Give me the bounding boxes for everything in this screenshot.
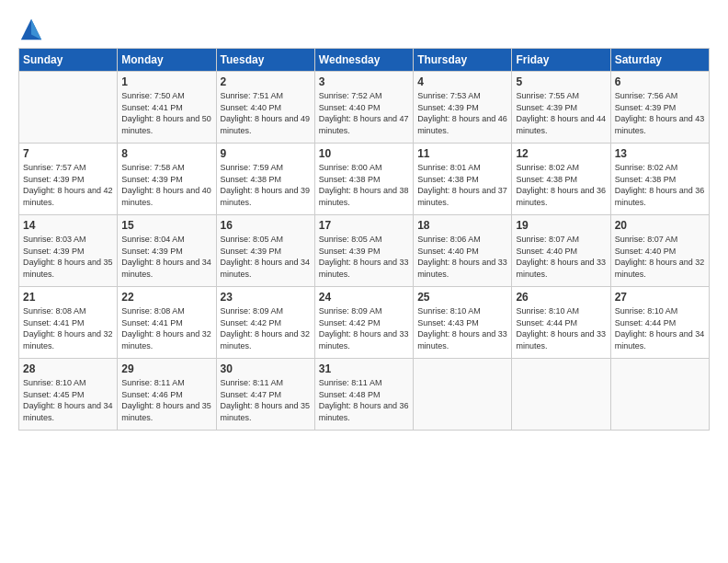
- day-number: 26: [516, 291, 606, 304]
- day-cell: 26Sunrise: 8:10 AM Sunset: 4:44 PM Dayli…: [512, 287, 610, 359]
- day-number: 23: [221, 291, 311, 304]
- day-number: 13: [615, 147, 705, 160]
- logo: [18, 17, 48, 42]
- day-number: 18: [417, 219, 507, 232]
- week-row-1: 7Sunrise: 7:57 AM Sunset: 4:39 PM Daylig…: [19, 144, 710, 215]
- day-cell: 24Sunrise: 8:09 AM Sunset: 4:42 PM Dayli…: [314, 287, 413, 359]
- day-cell: 3Sunrise: 7:52 AM Sunset: 4:40 PM Daylig…: [314, 72, 413, 144]
- day-cell: 21Sunrise: 8:08 AM Sunset: 4:41 PM Dayli…: [19, 287, 118, 359]
- header-cell-wednesday: Wednesday: [314, 49, 413, 72]
- day-cell: 29Sunrise: 8:11 AM Sunset: 4:46 PM Dayli…: [118, 359, 216, 431]
- day-number: 19: [516, 219, 606, 232]
- day-number: 21: [23, 291, 113, 304]
- header-cell-tuesday: Tuesday: [216, 49, 314, 72]
- day-cell: 19Sunrise: 8:07 AM Sunset: 4:40 PM Dayli…: [512, 215, 610, 287]
- day-info: Sunrise: 8:05 AM Sunset: 4:39 PM Dayligh…: [221, 234, 311, 280]
- day-number: 11: [417, 147, 507, 160]
- day-number: 16: [221, 219, 311, 232]
- week-row-4: 28Sunrise: 8:10 AM Sunset: 4:45 PM Dayli…: [19, 359, 710, 431]
- day-cell: 2Sunrise: 7:51 AM Sunset: 4:40 PM Daylig…: [216, 72, 314, 144]
- header-cell-sunday: Sunday: [19, 49, 118, 72]
- day-cell: 5Sunrise: 7:55 AM Sunset: 4:39 PM Daylig…: [512, 72, 610, 144]
- day-number: 25: [417, 291, 507, 304]
- day-number: 20: [615, 219, 705, 232]
- day-cell: 22Sunrise: 8:08 AM Sunset: 4:41 PM Dayli…: [118, 287, 216, 359]
- day-number: 6: [615, 75, 705, 88]
- week-row-0: 1Sunrise: 7:50 AM Sunset: 4:41 PM Daylig…: [19, 72, 710, 144]
- day-cell: 8Sunrise: 7:58 AM Sunset: 4:39 PM Daylig…: [118, 144, 216, 215]
- calendar-header: SundayMondayTuesdayWednesdayThursdayFrid…: [19, 49, 710, 72]
- day-info: Sunrise: 8:03 AM Sunset: 4:39 PM Dayligh…: [23, 234, 113, 280]
- day-info: Sunrise: 7:59 AM Sunset: 4:38 PM Dayligh…: [221, 162, 311, 208]
- day-info: Sunrise: 8:10 AM Sunset: 4:43 PM Dayligh…: [417, 305, 507, 351]
- day-info: Sunrise: 8:04 AM Sunset: 4:39 PM Dayligh…: [121, 234, 211, 280]
- day-number: 14: [23, 219, 113, 232]
- day-number: 12: [516, 147, 606, 160]
- day-info: Sunrise: 7:53 AM Sunset: 4:39 PM Dayligh…: [417, 90, 507, 136]
- day-info: Sunrise: 7:50 AM Sunset: 4:41 PM Dayligh…: [121, 90, 211, 136]
- header: [18, 17, 710, 42]
- day-cell: 9Sunrise: 7:59 AM Sunset: 4:38 PM Daylig…: [216, 144, 314, 215]
- day-cell: 30Sunrise: 8:11 AM Sunset: 4:47 PM Dayli…: [216, 359, 314, 431]
- day-cell: 13Sunrise: 8:02 AM Sunset: 4:38 PM Dayli…: [610, 144, 709, 215]
- day-info: Sunrise: 8:10 AM Sunset: 4:45 PM Dayligh…: [23, 377, 113, 423]
- day-info: Sunrise: 7:55 AM Sunset: 4:39 PM Dayligh…: [516, 90, 606, 136]
- day-cell: 16Sunrise: 8:05 AM Sunset: 4:39 PM Dayli…: [216, 215, 314, 287]
- day-number: 24: [319, 291, 409, 304]
- day-info: Sunrise: 8:08 AM Sunset: 4:41 PM Dayligh…: [23, 305, 113, 351]
- day-info: Sunrise: 7:56 AM Sunset: 4:39 PM Dayligh…: [615, 90, 705, 136]
- week-row-2: 14Sunrise: 8:03 AM Sunset: 4:39 PM Dayli…: [19, 215, 710, 287]
- day-cell: 27Sunrise: 8:10 AM Sunset: 4:44 PM Dayli…: [610, 287, 709, 359]
- day-number: 9: [221, 147, 311, 160]
- week-row-3: 21Sunrise: 8:08 AM Sunset: 4:41 PM Dayli…: [19, 287, 710, 359]
- day-info: Sunrise: 8:02 AM Sunset: 4:38 PM Dayligh…: [516, 162, 606, 208]
- day-info: Sunrise: 7:57 AM Sunset: 4:39 PM Dayligh…: [23, 162, 113, 208]
- day-number: 27: [615, 291, 705, 304]
- day-info: Sunrise: 8:06 AM Sunset: 4:40 PM Dayligh…: [417, 234, 507, 280]
- day-number: 5: [516, 75, 606, 88]
- day-info: Sunrise: 8:02 AM Sunset: 4:38 PM Dayligh…: [615, 162, 705, 208]
- day-cell: 18Sunrise: 8:06 AM Sunset: 4:40 PM Dayli…: [414, 215, 512, 287]
- day-number: 28: [23, 362, 113, 375]
- day-number: 3: [319, 75, 409, 88]
- day-info: Sunrise: 8:10 AM Sunset: 4:44 PM Dayligh…: [615, 305, 705, 351]
- day-number: 4: [417, 75, 507, 88]
- logo-icon: [18, 17, 44, 42]
- header-cell-saturday: Saturday: [610, 49, 709, 72]
- day-number: 29: [121, 362, 211, 375]
- day-info: Sunrise: 7:58 AM Sunset: 4:39 PM Dayligh…: [121, 162, 211, 208]
- day-number: 22: [121, 291, 211, 304]
- day-cell: 7Sunrise: 7:57 AM Sunset: 4:39 PM Daylig…: [19, 144, 118, 215]
- day-number: 31: [319, 362, 409, 375]
- day-cell: 10Sunrise: 8:00 AM Sunset: 4:38 PM Dayli…: [314, 144, 413, 215]
- day-cell: 4Sunrise: 7:53 AM Sunset: 4:39 PM Daylig…: [414, 72, 512, 144]
- header-cell-friday: Friday: [512, 49, 610, 72]
- day-cell: [414, 359, 512, 431]
- day-number: 7: [23, 147, 113, 160]
- day-info: Sunrise: 8:10 AM Sunset: 4:44 PM Dayligh…: [516, 305, 606, 351]
- day-info: Sunrise: 8:08 AM Sunset: 4:41 PM Dayligh…: [121, 305, 211, 351]
- day-cell: 20Sunrise: 8:07 AM Sunset: 4:40 PM Dayli…: [610, 215, 709, 287]
- day-cell: 15Sunrise: 8:04 AM Sunset: 4:39 PM Dayli…: [118, 215, 216, 287]
- calendar-table: SundayMondayTuesdayWednesdayThursdayFrid…: [18, 48, 710, 431]
- day-cell: 12Sunrise: 8:02 AM Sunset: 4:38 PM Dayli…: [512, 144, 610, 215]
- day-number: 8: [121, 147, 211, 160]
- day-cell: 6Sunrise: 7:56 AM Sunset: 4:39 PM Daylig…: [610, 72, 709, 144]
- day-number: 10: [319, 147, 409, 160]
- calendar-body: 1Sunrise: 7:50 AM Sunset: 4:41 PM Daylig…: [19, 72, 710, 431]
- day-cell: 23Sunrise: 8:09 AM Sunset: 4:42 PM Dayli…: [216, 287, 314, 359]
- day-info: Sunrise: 7:52 AM Sunset: 4:40 PM Dayligh…: [319, 90, 409, 136]
- day-info: Sunrise: 8:00 AM Sunset: 4:38 PM Dayligh…: [319, 162, 409, 208]
- day-cell: [512, 359, 610, 431]
- day-info: Sunrise: 8:09 AM Sunset: 4:42 PM Dayligh…: [319, 305, 409, 351]
- day-info: Sunrise: 8:09 AM Sunset: 4:42 PM Dayligh…: [221, 305, 311, 351]
- day-info: Sunrise: 8:05 AM Sunset: 4:39 PM Dayligh…: [319, 234, 409, 280]
- day-cell: 28Sunrise: 8:10 AM Sunset: 4:45 PM Dayli…: [19, 359, 118, 431]
- day-number: 2: [221, 75, 311, 88]
- day-info: Sunrise: 8:07 AM Sunset: 4:40 PM Dayligh…: [516, 234, 606, 280]
- day-cell: 25Sunrise: 8:10 AM Sunset: 4:43 PM Dayli…: [414, 287, 512, 359]
- day-cell: 17Sunrise: 8:05 AM Sunset: 4:39 PM Dayli…: [314, 215, 413, 287]
- header-cell-thursday: Thursday: [414, 49, 512, 72]
- header-row: SundayMondayTuesdayWednesdayThursdayFrid…: [19, 49, 710, 72]
- day-cell: [19, 72, 118, 144]
